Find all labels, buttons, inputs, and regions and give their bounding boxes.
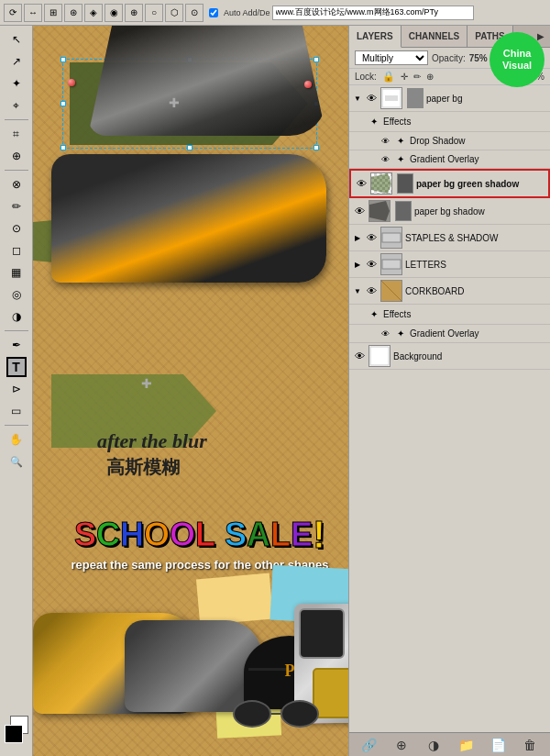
healing-tool[interactable]: ⊗ [6,174,27,195]
crop-tool[interactable]: ⌗ [6,124,27,144]
layer-effects-cork[interactable]: ✦ Effects [349,305,550,325]
zoom-tool[interactable]: 🔍 [6,451,27,472]
pen-tool[interactable]: ✒ [6,335,27,355]
tab-channels[interactable]: CHANNELS [402,26,468,47]
sale-exclaim: ! [313,513,325,557]
sale-letter-H: H [120,516,144,554]
toolbar-button-2[interactable]: ↔ [24,4,42,22]
eye-corkboard[interactable]: 👁 [365,284,378,297]
brush-tool[interactable]: ✏ [6,196,27,217]
layer-paper-bg[interactable]: ▼ 👁 paper bg [349,85,550,112]
layer-staples-shadow[interactable]: ▶ 👁 STAPLES & SHADOW [349,225,550,251]
auto-add-checkbox-area: Auto Add/De [209,8,270,17]
layer-name-staples: STAPLES & SHADOW [405,233,546,243]
china-visual-badge: China Visual [490,32,544,87]
layer-bottom-bar: 🔗 ⊕ ◑ 📁 📄 🗑 [349,732,550,756]
expand-letters[interactable]: ▶ [353,260,362,269]
sale-letter-A: A [247,516,270,554]
tab-layers[interactable]: LAYERS [349,26,402,48]
link-layers-btn[interactable]: 🔗 [360,736,379,754]
layer-letters[interactable]: ▶ 👁 LETTERS [349,251,550,278]
layer-paper-bg-green-shadow[interactable]: 👁 paper bg green shadow [349,169,550,198]
svg-rect-1 [385,95,398,101]
selection-tool[interactable]: ↖ [6,29,27,50]
toolbar-button-8[interactable]: ○ [145,4,163,22]
canvas-area: ✚ ✚ after the blur 高斯模糊 S C H O O L S A … [33,26,367,756]
lock-icon[interactable]: 🔒 [382,71,395,83]
toolbar-button-6[interactable]: ◉ [104,4,123,22]
layer-background[interactable]: 👁 Background [349,343,550,370]
dodge-tool[interactable]: ◑ [6,306,27,327]
sale-letter-S1: S [74,516,96,554]
lasso-tool[interactable]: ⌖ [6,95,27,116]
blend-mode-select[interactable]: Multiply Normal Screen Overlay [355,50,428,65]
clone-tool[interactable]: ⊙ [6,218,27,239]
move-icon[interactable]: ✛ [401,72,408,82]
path-select-tool[interactable]: ⊳ [6,379,27,399]
expand-corkboard[interactable]: ▼ [353,286,362,295]
blur-text-chinese: 高斯模糊 [106,455,180,480]
text-tool[interactable]: T [6,357,27,377]
hand-tool[interactable]: ✋ [6,429,27,450]
all-icon[interactable]: ⊕ [426,72,434,82]
sale-letter-L: L [195,516,215,554]
toolbar-button-4[interactable]: ⊛ [64,4,82,22]
tack-1 [68,79,75,86]
layer-gradient-overlay-cork[interactable]: 👁 ✦ Gradient Overlay [349,325,550,343]
thumb-paper-shadow [368,200,390,222]
sale-letter-C: C [96,516,120,554]
layer-effects-1[interactable]: ✦ Effects [349,112,550,132]
eye-staples[interactable]: 👁 [365,231,378,244]
gradient-tool[interactable]: ▦ [6,262,27,283]
eye-drop-shadow[interactable]: 👁 [379,135,391,148]
foreground-color[interactable] [5,725,23,743]
shape-tool[interactable]: ▭ [6,401,27,421]
layer-corkboard[interactable]: ▼ 👁 CORKBOARD [349,278,550,305]
layer-drop-shadow[interactable]: 👁 ✦ Drop Shadow [349,132,550,150]
svg-rect-4 [382,233,401,242]
tool-divider-2 [5,170,28,171]
eye-background[interactable]: 👁 [353,350,366,362]
eye-paper-shadow[interactable]: 👁 [353,205,366,217]
blur-tool[interactable]: ◎ [6,284,27,305]
opacity-row: Opacity: 75% [432,53,488,63]
delete-layer-btn[interactable]: 🗑 [521,736,539,754]
toolbar-button-5[interactable]: ◈ [84,4,103,22]
toolbar-button-1[interactable]: ⟳ [4,4,22,22]
layer-paper-bg-shadow[interactable]: 👁 paper bg shadow [349,198,550,225]
blur-text-english: after the blur [97,429,207,453]
direct-select-tool[interactable]: ↗ [6,51,27,72]
new-layer-btn[interactable]: 📄 [489,736,507,754]
layer-mask-btn[interactable]: ◑ [424,736,443,754]
url-bar[interactable] [272,6,474,20]
effects-icon-ds: ✦ [394,135,407,148]
brush-icon[interactable]: ✏ [413,72,421,82]
expand-staples[interactable]: ▶ [353,233,362,242]
layer-name-effects-1: Effects [383,117,546,127]
sunglasses [226,695,326,732]
thumb-corkboard [380,280,402,302]
magic-wand-tool[interactable]: ✦ [6,73,27,94]
eye-green-shadow[interactable]: 👁 [355,177,368,190]
sale-letter-space [215,527,225,543]
eyedropper-tool[interactable]: ⊕ [6,146,27,166]
svg-rect-5 [382,260,401,269]
sneaker-main-image [51,154,326,283]
layer-style-btn[interactable]: ⊕ [392,736,411,754]
toolbar-button-10[interactable]: ⊙ [185,4,204,22]
eye-paper-bg[interactable]: 👁 [365,92,378,105]
layer-gradient-overlay-1[interactable]: 👁 ✦ Gradient Overlay [349,150,550,169]
toolbar-button-9[interactable]: ⬡ [165,4,183,22]
expand-arrow-paper-bg[interactable]: ▼ [353,94,362,103]
toolbar-button-7[interactable]: ⊕ [125,4,143,22]
eye-gradient-1[interactable]: 👁 [379,153,391,166]
eye-letters[interactable]: 👁 [365,258,378,271]
eraser-tool[interactable]: ◻ [6,240,27,261]
toolbar-button-3[interactable]: ⊞ [44,4,62,22]
opacity-label: Opacity: [432,53,466,63]
layers-panel: LAYERS CHANNELS PATHS ▶ Multiply Normal … [348,26,550,756]
eye-gradient-cork[interactable]: 👁 [379,328,391,340]
new-group-btn[interactable]: 📁 [456,736,475,754]
svg-marker-2 [371,173,391,194]
auto-add-checkbox[interactable] [209,8,218,17]
